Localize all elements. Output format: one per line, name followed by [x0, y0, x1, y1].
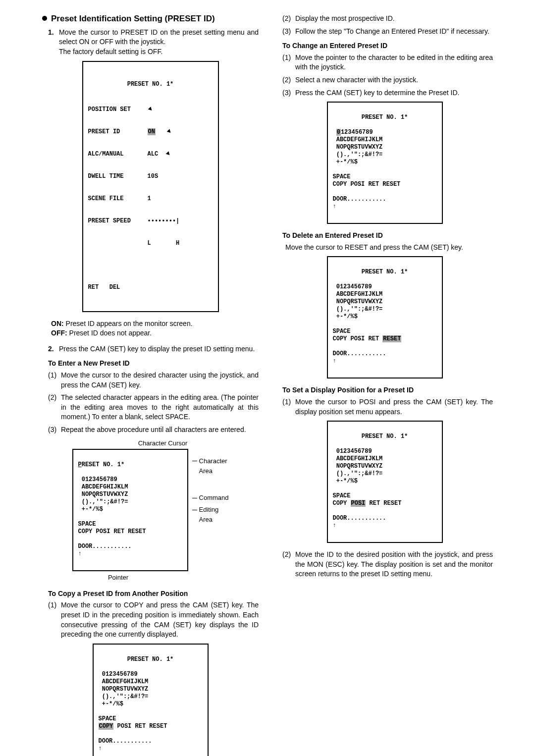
pointer-icon: ↑ — [333, 522, 336, 529]
menu-item: PRESET ID — [88, 128, 148, 136]
cmd-row: COPY POSI RET RESET — [333, 500, 402, 507]
char-row: +-*/%$ — [333, 478, 358, 485]
step-number: (2) — [282, 550, 295, 579]
step-number: (3) — [282, 27, 295, 37]
on-off-description: ON: Preset ID appears on the monitor scr… — [51, 319, 259, 338]
edit-row: DOOR........... — [99, 738, 152, 745]
char-row: 0123456789 — [333, 283, 372, 290]
step-number: 1. — [48, 28, 59, 57]
step-number: (3) — [282, 88, 295, 98]
space-cmd: SPACE — [333, 173, 351, 180]
screen-title: PRESET NO. 1* — [333, 269, 437, 276]
step-text: Move the cursor to COPY and press the CA… — [61, 600, 259, 639]
pointer-icon: ↑ — [78, 550, 82, 557]
space-cmd: SPACE — [99, 715, 116, 722]
space-cmd: SPACE — [333, 492, 351, 499]
char-row: ABCDEFGHIJKLM — [78, 484, 128, 490]
menu-item: ALC/MANUAL — [88, 151, 148, 158]
edit-row: DOOR........... — [333, 350, 386, 357]
cmd-row: COPY POSI RET RESET — [333, 335, 402, 342]
step-number: (2) — [48, 393, 61, 422]
char-row: 0123456789 — [333, 448, 372, 455]
char-row: NOPQRSTUVWXYZ — [99, 686, 149, 693]
char-row: NOPQRSTUVWXYZ — [333, 298, 383, 305]
char-row: ().,'":;&#!?= — [99, 693, 149, 700]
pointer-icon: ↑ — [333, 358, 336, 365]
body-text: Move the cursor to RESET and press the C… — [285, 243, 493, 253]
step-number: (1) — [282, 53, 295, 72]
cursor-icon — [148, 107, 153, 112]
diagram-label: Area — [199, 515, 213, 524]
menu-item — [88, 240, 148, 247]
char-row: ().,'":;&#!?= — [78, 498, 128, 505]
label-on: ON: — [51, 320, 64, 327]
char-row: ().,'":;&#!?= — [333, 151, 383, 158]
char-row: 0123456789 — [333, 129, 373, 136]
cmd-row: COPY POSI RET RESET — [333, 181, 401, 188]
step-text: Move the cursor to the desired character… — [61, 371, 259, 390]
menu-value: 10S — [148, 173, 159, 180]
step-number: (1) — [48, 371, 61, 390]
text: Preset ID does not appear. — [67, 329, 152, 337]
edit-row: DOOR........... — [333, 196, 386, 203]
step-number: (1) — [48, 600, 61, 639]
space-cmd: SPACE — [333, 328, 351, 335]
step-number: (2) — [282, 14, 295, 24]
char-row: 0123456789 — [78, 476, 117, 483]
screen-title: RESET NO. 1* — [82, 461, 124, 468]
edit-row: DOOR........... — [333, 515, 386, 522]
cursor-icon — [166, 129, 172, 134]
diagram-label: Character Cursor — [138, 439, 188, 448]
char-row: NOPQRSTUVWXYZ — [78, 491, 128, 498]
diagram-label: Pointer — [108, 573, 128, 582]
char-row: ABCDEFGHIJKLM — [333, 136, 383, 143]
step-text: Move the pointer to the character to be … — [295, 53, 493, 72]
screen-title: PRESET NO. 1* — [99, 656, 203, 663]
char-row: +-*/%$ — [78, 506, 103, 513]
subheading: To Copy a Preset ID from Another Positio… — [48, 589, 259, 599]
char-row: +-*/%$ — [333, 313, 358, 320]
char-entry-diagram: Character Cursor PRESET NO. 1* 012345678… — [42, 439, 259, 582]
menu-value: ALC — [148, 151, 159, 158]
subheading: To Change an Entered Preset ID — [282, 41, 493, 51]
step-text: Follow the step "To Change an Entered Pr… — [295, 27, 493, 37]
char-row: ABCDEFGHIJKLM — [333, 455, 383, 462]
step-number: (3) — [48, 425, 61, 435]
edit-row: DOOR........... — [78, 543, 132, 550]
menu-value: ••••••••| — [148, 217, 180, 225]
screen-title: PRESET NO. 1* — [88, 81, 213, 88]
screen-title: PRESET NO. 1* — [333, 114, 437, 121]
menu-item: PRESET SPEED — [88, 217, 148, 225]
label-off: OFF: — [51, 329, 67, 337]
text: Preset ID appears on the monitor screen. — [64, 320, 193, 327]
menu-value-selected: ON — [148, 128, 156, 135]
cursor-icon — [165, 151, 171, 157]
preset-menu-screen: PRESET NO. 1* POSITION SET PRESET IDON A… — [82, 61, 219, 312]
char-row: +-*/%$ — [99, 701, 123, 707]
cmd-row: COPY POSI RET RESET — [99, 723, 167, 730]
step-text: Move the cursor to POSI and press the CA… — [295, 397, 493, 417]
step-text: Move the ID to the desired position with… — [295, 550, 493, 579]
menu-footer: RET DEL — [88, 284, 120, 291]
step-text: Move the cursor to PRESET ID on the pres… — [59, 28, 259, 46]
posi-screen: PRESET NO. 1* 0123456789 ABCDEFGHIJKLM N… — [327, 421, 443, 543]
step-number: 2. — [48, 344, 59, 354]
char-row: 0123456789 — [99, 671, 138, 678]
subheading: To Delete an Entered Preset ID — [282, 231, 493, 241]
char-entry-screen: PRESET NO. 1* 0123456789 ABCDEFGHIJKLM N… — [72, 449, 188, 571]
pointer-icon: ↑ — [99, 745, 102, 752]
step-text: Press the CAM (SET) key to display the p… — [59, 344, 259, 354]
menu-value: L H — [148, 240, 180, 247]
step-number: (2) — [282, 75, 295, 85]
char-row: ().,'":;&#!?= — [333, 306, 383, 313]
pointer-icon: ↑ — [333, 203, 336, 210]
diagram-label: Editing — [199, 505, 219, 514]
cmd-row: COPY POSI RET RESET — [78, 528, 146, 535]
step-text: The factory default setting is OFF. — [59, 48, 162, 55]
char-row: ().,'":;&#!?= — [333, 470, 383, 477]
step-number: (1) — [282, 397, 295, 417]
char-row: +-*/%$ — [333, 159, 358, 165]
space-cmd: SPACE — [78, 521, 96, 528]
menu-item: SCENE FILE — [88, 195, 148, 203]
step-text: Select a new character with the joystick… — [295, 75, 493, 85]
